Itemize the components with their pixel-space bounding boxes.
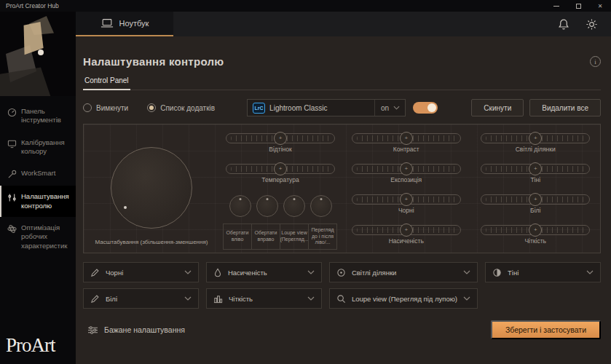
clarity-icon bbox=[213, 294, 223, 304]
chevron-down-icon bbox=[586, 270, 594, 274]
app-state-dropdown[interactable]: on bbox=[374, 100, 400, 116]
loupe-icon bbox=[336, 294, 346, 304]
dropdown-highlights[interactable]: Світлі ділянки bbox=[329, 262, 478, 282]
exposure-slider[interactable]: + bbox=[352, 164, 461, 174]
lightroom-classic-icon: LrC bbox=[253, 103, 265, 114]
rotate-right-label: Обертати вправо bbox=[251, 223, 280, 250]
shadows-slider[interactable]: + bbox=[481, 164, 590, 174]
contrast-slider[interactable]: + bbox=[352, 133, 461, 143]
close-button[interactable]: ✕ bbox=[595, 2, 605, 9]
rotate-right-knob[interactable] bbox=[256, 195, 278, 217]
tab-control-panel[interactable]: Control Panel bbox=[83, 76, 130, 90]
worksmart-icon bbox=[7, 169, 17, 179]
zoom-dial[interactable] bbox=[111, 147, 192, 229]
whites-slider[interactable]: + bbox=[481, 194, 590, 205]
radio-circle-selected bbox=[147, 103, 156, 112]
sidebar-item-color-calibration[interactable]: Калібрування кольору bbox=[0, 132, 76, 163]
page-title: Налаштування контролю bbox=[83, 55, 224, 68]
sidebar-item-dashboard[interactable]: Панель інструментів bbox=[0, 100, 76, 132]
pen-icon bbox=[90, 294, 100, 304]
saturation-icon bbox=[213, 268, 222, 277]
clarity-slider[interactable]: + bbox=[481, 225, 590, 235]
saturation-slider[interactable]: + bbox=[352, 225, 461, 235]
chevron-down-icon bbox=[463, 270, 470, 274]
save-apply-button[interactable]: Зберегти і застосувати bbox=[491, 320, 601, 339]
chevron-down-icon bbox=[307, 296, 315, 301]
app-enabled-toggle[interactable] bbox=[413, 102, 438, 114]
sidebar-item-control-settings[interactable]: Налаштування контролю bbox=[0, 186, 76, 217]
blacks-slider[interactable]: + bbox=[352, 194, 461, 205]
tab-laptop-label: Ноутбук bbox=[119, 19, 149, 28]
rotate-left-knob[interactable] bbox=[229, 195, 251, 217]
zoom-dial-label: Масштабування (збільшення-зменшення) bbox=[95, 239, 208, 245]
loupe-view-label: Loupe view (Перегляд... bbox=[280, 223, 309, 250]
sidebar: Панель інструментів Калібрування кольору… bbox=[0, 12, 76, 364]
chevron-down-icon bbox=[184, 296, 192, 301]
top-bar: Ноутбук bbox=[76, 12, 611, 36]
tab-laptop[interactable]: Ноутбук bbox=[76, 12, 173, 36]
empty-cell bbox=[485, 288, 601, 309]
dashboard-icon bbox=[7, 107, 17, 117]
loupe-view-knob[interactable] bbox=[283, 195, 305, 217]
dropdown-shadows[interactable]: Тіні bbox=[485, 262, 601, 282]
radio-disable[interactable]: Вимкнути bbox=[83, 103, 128, 112]
chevron-down-icon bbox=[463, 296, 470, 301]
control-settings-icon bbox=[7, 192, 17, 202]
app-selector[interactable]: LrC Lightroom Classic on bbox=[247, 99, 406, 116]
dropdown-blacks[interactable]: Чорні bbox=[83, 262, 199, 282]
chevron-down-icon bbox=[307, 270, 315, 274]
preferences-sliders-icon bbox=[87, 325, 98, 335]
chevron-down-icon bbox=[393, 106, 400, 110]
subtab-bar: Control Panel bbox=[83, 76, 601, 90]
window-title: ProArt Creator Hub bbox=[6, 2, 59, 9]
gear-icon[interactable] bbox=[586, 18, 598, 31]
hue-slider[interactable]: + bbox=[226, 133, 335, 143]
bell-icon[interactable] bbox=[558, 18, 569, 31]
highlights-icon bbox=[336, 268, 346, 277]
app-window: ProArt Creator Hub ✕ Панель інструментів bbox=[0, 0, 611, 364]
laptop-icon bbox=[100, 18, 114, 28]
performance-icon bbox=[7, 223, 17, 234]
before-after-label: Перегляд до і після ліво/... bbox=[308, 223, 337, 250]
color-calibration-icon bbox=[7, 138, 17, 149]
maximize-button[interactable] bbox=[573, 2, 583, 9]
dropdown-saturation[interactable]: Насиченість bbox=[206, 262, 322, 282]
minimize-button[interactable] bbox=[551, 2, 561, 9]
control-panel: Масштабування (збільшення-зменшення) + В… bbox=[83, 124, 601, 253]
proart-logo: ProArt bbox=[6, 334, 55, 357]
before-after-knob[interactable] bbox=[310, 195, 332, 217]
temperature-slider[interactable]: + bbox=[226, 164, 335, 174]
radio-app-list[interactable]: Список додатків bbox=[147, 103, 215, 112]
highlights-slider[interactable]: + bbox=[481, 133, 590, 143]
sidebar-item-performance[interactable]: Оптимізація робочих характеристик bbox=[0, 217, 76, 257]
delete-all-button[interactable]: Видалити все bbox=[529, 99, 601, 116]
shadows-icon bbox=[492, 268, 502, 277]
reset-button[interactable]: Скинути bbox=[471, 99, 524, 116]
preferences-link[interactable]: Бажане налаштування bbox=[87, 325, 185, 335]
dropdown-whites[interactable]: Білі bbox=[83, 288, 199, 309]
content-area: Налаштування контролю i Control Panel Ви… bbox=[76, 36, 611, 364]
dropdown-loupe-view[interactable]: Loupe view (Перегляд під лупою) bbox=[329, 288, 478, 309]
mapping-grid: Чорні Насиченість Світлі ділянки bbox=[83, 262, 601, 309]
info-icon[interactable]: i bbox=[590, 56, 601, 67]
pen-icon bbox=[90, 268, 100, 277]
chevron-down-icon bbox=[184, 270, 192, 274]
radio-circle bbox=[83, 103, 92, 112]
sidebar-item-worksmart[interactable]: WorkSmart bbox=[0, 162, 76, 186]
sidebar-nav: Панель інструментів Калібрування кольору… bbox=[0, 100, 76, 257]
sidebar-artwork bbox=[0, 12, 76, 96]
dropdown-clarity[interactable]: Чіткість bbox=[206, 288, 322, 309]
titlebar: ProArt Creator Hub ✕ bbox=[0, 0, 611, 12]
rotate-left-label: Обертати вліво bbox=[223, 223, 252, 250]
